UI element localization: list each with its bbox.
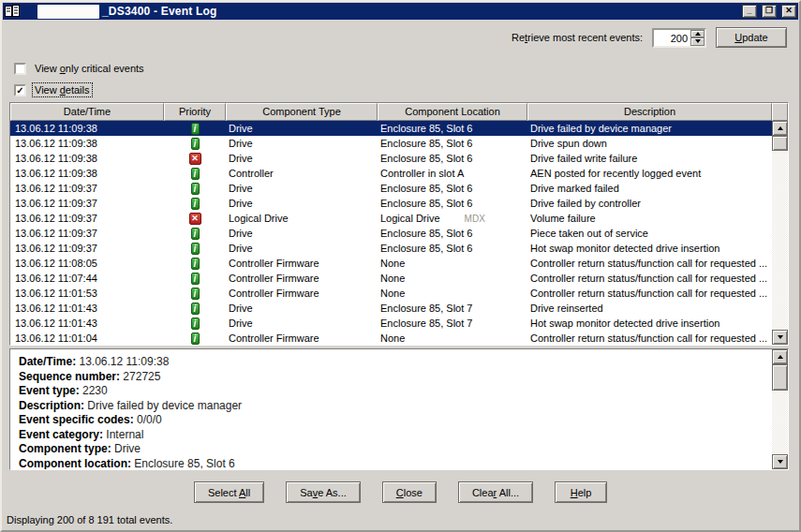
- info-icon: i: [191, 303, 200, 315]
- details-line: Component location: Enclosure 85, Slot 6: [19, 457, 764, 470]
- btn-post: ll: [245, 487, 250, 498]
- table-row[interactable]: 13.06.12 11:08:05iController FirmwareNon…: [10, 256, 772, 271]
- table-row[interactable]: 13.06.12 11:09:37iDriveEnclosure 85, Slo…: [10, 196, 772, 211]
- cell-description: Drive reinserted: [527, 301, 772, 316]
- scrollbar-track[interactable]: [772, 391, 788, 454]
- event-details-panel: Date/Time: 13.06.12 11:09:38Sequence num…: [9, 348, 789, 470]
- close-button[interactable]: ✕: [781, 5, 796, 18]
- info-icon: i: [191, 243, 200, 255]
- cell-priority: i: [164, 273, 226, 285]
- btn-key: H: [571, 487, 578, 498]
- label-post: nly critical events: [66, 63, 144, 74]
- scroll-up-button[interactable]: [772, 121, 788, 136]
- retrieve-count-spinner[interactable]: 200: [652, 28, 706, 48]
- cell-priority: i: [164, 168, 226, 180]
- table-row[interactable]: 13.06.12 11:09:38iDriveEnclosure 85, Slo…: [10, 136, 772, 151]
- status-text: Displaying 200 of 8 191 total events.: [7, 514, 172, 525]
- column-header-component-location[interactable]: Component Location: [378, 103, 527, 121]
- event-table-scrollbar[interactable]: [772, 121, 788, 345]
- cell-datetime: 13.06.12 11:01:43: [10, 301, 164, 316]
- scrollbar-thumb[interactable]: [772, 136, 788, 151]
- table-row[interactable]: 13.06.12 11:09:38✕DriveEnclosure 85, Slo…: [10, 151, 772, 166]
- redacted-drive-label: MDX: [465, 214, 485, 224]
- cell-description: Drive failed by device manager: [527, 121, 772, 136]
- cell-description: Piece taken out of service: [527, 226, 772, 241]
- close-button[interactable]: Close: [382, 481, 437, 503]
- cell-component-type: Drive: [226, 196, 378, 211]
- scroll-up-icon: [778, 126, 783, 130]
- cell-datetime: 13.06.12 11:01:53: [10, 286, 164, 301]
- app-icon: [5, 5, 20, 18]
- retrieve-count-value[interactable]: 200: [654, 30, 690, 46]
- cell-description: Drive failed write failure: [527, 151, 772, 166]
- cell-component-type: Drive: [226, 121, 378, 136]
- column-header-description[interactable]: Description: [527, 103, 772, 121]
- cell-component-type: Drive: [226, 136, 378, 151]
- cell-component-type: Drive: [226, 316, 378, 331]
- cell-priority: i: [164, 288, 226, 300]
- spinner-up-icon: [695, 32, 701, 36]
- scroll-up-button[interactable]: [772, 349, 788, 364]
- table-row[interactable]: 13.06.12 11:09:37iDriveEnclosure 85, Slo…: [10, 226, 772, 241]
- details-value: Internal: [103, 428, 143, 441]
- cell-component-location: Controller in slot A: [378, 166, 527, 181]
- details-value: Drive: [111, 442, 141, 455]
- table-row[interactable]: 13.06.12 11:01:04iController FirmwareNon…: [10, 331, 772, 345]
- cell-component-location: None: [378, 331, 527, 345]
- event-details-content[interactable]: Date/Time: 13.06.12 11:09:38Sequence num…: [10, 349, 772, 469]
- event-table-body: 13.06.12 11:09:38iDriveEnclosure 85, Slo…: [10, 121, 772, 345]
- scrollbar-thumb[interactable]: [772, 364, 788, 391]
- cell-priority: i: [164, 198, 226, 210]
- cell-component-location: Enclosure 85, Slot 6: [378, 121, 527, 136]
- table-row[interactable]: 13.06.12 11:09:37iDriveEnclosure 85, Slo…: [10, 241, 772, 256]
- scroll-down-button[interactable]: [772, 454, 788, 469]
- table-row[interactable]: 13.06.12 11:09:38iDriveEnclosure 85, Slo…: [10, 121, 772, 136]
- view-details-checkbox-row[interactable]: ✓ View details: [14, 83, 92, 96]
- critical-only-checkbox[interactable]: [14, 63, 26, 75]
- info-icon: i: [191, 332, 200, 345]
- select-all-button[interactable]: Select All: [194, 481, 264, 503]
- cell-description: Drive marked failed: [527, 181, 772, 196]
- info-icon: i: [191, 138, 200, 150]
- cell-component-type: Drive: [226, 226, 378, 241]
- critical-icon: ✕: [189, 213, 201, 225]
- btn-post: lose: [404, 487, 423, 498]
- details-value: 13.06.12 11:09:38: [76, 355, 169, 368]
- critical-only-checkbox-row[interactable]: View only critical events: [14, 62, 146, 75]
- cell-component-type: Controller Firmware: [226, 271, 378, 286]
- cell-description: Hot swap monitor detected drive insertio…: [527, 241, 772, 256]
- table-row[interactable]: 13.06.12 11:09:38iControllerController i…: [10, 166, 772, 181]
- table-row[interactable]: 13.06.12 11:09:37✕Logical DriveLogical D…: [10, 211, 772, 226]
- clear-all-button[interactable]: Clear All...: [458, 481, 533, 503]
- table-row[interactable]: 13.06.12 11:07:44iController FirmwareNon…: [10, 271, 772, 286]
- spinner-down-button[interactable]: [690, 37, 705, 46]
- update-button[interactable]: Update: [716, 27, 787, 48]
- details-value: Drive failed by device manager: [84, 399, 242, 412]
- details-scrollbar[interactable]: [772, 349, 788, 469]
- view-details-checkbox[interactable]: ✓: [14, 84, 26, 96]
- scrollbar-track[interactable]: [772, 151, 788, 330]
- cell-priority: i: [164, 183, 226, 195]
- table-row[interactable]: 13.06.12 11:01:43iDriveEnclosure 85, Slo…: [10, 301, 772, 316]
- column-header-date-time[interactable]: Date/Time: [10, 103, 164, 121]
- help-button[interactable]: Help: [555, 481, 607, 503]
- cell-datetime: 13.06.12 11:09:38: [10, 166, 164, 181]
- titlebar[interactable]: _DS3400 - Event Log _ ❐ ✕: [3, 3, 798, 20]
- details-label: Description:: [19, 399, 84, 412]
- cell-component-location: Enclosure 85, Slot 6: [378, 241, 527, 256]
- column-header-priority[interactable]: Priority: [164, 103, 226, 121]
- info-icon: i: [191, 123, 200, 135]
- scroll-down-button[interactable]: [772, 330, 788, 345]
- save-as-button[interactable]: Save As...: [286, 481, 361, 503]
- table-row[interactable]: 13.06.12 11:09:37iDriveEnclosure 85, Slo…: [10, 181, 772, 196]
- details-line: Sequence number: 272725: [19, 370, 764, 385]
- minimize-button[interactable]: _: [742, 5, 757, 18]
- scroll-down-icon: [778, 335, 783, 339]
- table-row[interactable]: 13.06.12 11:01:53iController FirmwareNon…: [10, 286, 772, 301]
- btn-post: All...: [497, 487, 519, 498]
- column-header-component-type[interactable]: Component Type: [226, 103, 378, 121]
- maximize-button[interactable]: ❐: [762, 5, 777, 18]
- cell-component-type: Controller Firmware: [226, 256, 378, 271]
- table-row[interactable]: 13.06.12 11:01:43iDriveEnclosure 85, Slo…: [10, 316, 772, 331]
- spinner-up-button[interactable]: [690, 30, 705, 38]
